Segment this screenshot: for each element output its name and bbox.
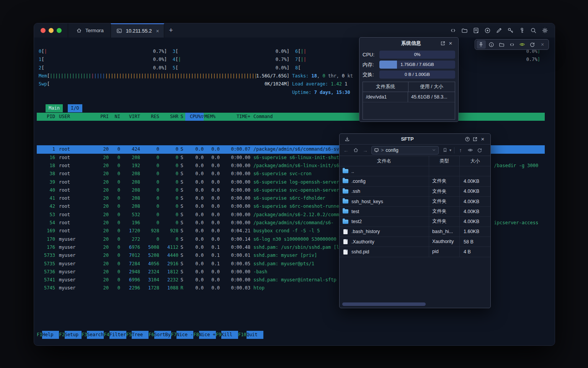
column-header-shr[interactable]: SHR <box>159 113 178 121</box>
cpu-meter-1: 1[0.0%] <box>39 56 167 64</box>
refresh-icon[interactable] <box>528 40 537 49</box>
column-header-mem[interactable]: MEM% <box>204 113 220 121</box>
edit-icon[interactable] <box>495 27 503 34</box>
code-icon[interactable] <box>507 40 516 49</box>
cpu-meter-3: 3[0.0%] <box>173 48 289 56</box>
keychain-icon[interactable] <box>518 27 526 34</box>
path-breadcrumb[interactable]: > config <box>371 146 439 154</box>
process-table-header: PID USER PRI NI VIRT RES SHR S CPU%▽ MEM… <box>37 113 545 121</box>
column-header-res[interactable]: RES <box>140 113 159 121</box>
fkey-item[interactable]: F10Quit <box>238 331 263 339</box>
cpu-meter-0: 0[|0.7%] <box>39 48 167 56</box>
file-type-icon <box>343 199 348 204</box>
zoom-window-button[interactable] <box>57 28 62 33</box>
info-icon[interactable] <box>487 40 496 49</box>
file-type-icon <box>343 229 348 234</box>
column-header-type[interactable]: 类型 <box>429 156 460 166</box>
file-type-icon <box>343 220 348 224</box>
file-size: 4.00KB <box>460 179 490 184</box>
fkey-item[interactable]: F8Nice + <box>193 331 216 339</box>
file-type: pid <box>429 247 460 256</box>
fkey-item[interactable]: F1Help <box>37 331 59 339</box>
tab-session[interactable]: 10.211.55.2 × <box>111 23 164 38</box>
file-row[interactable]: .Xauthority Xauthority 58 B <box>340 237 490 247</box>
pin-icon[interactable] <box>477 40 486 49</box>
htop-tab-io[interactable]: I/O <box>68 104 82 112</box>
sftp-titlebar: SFTP × <box>340 134 490 145</box>
close-icon[interactable]: × <box>479 135 487 143</box>
new-tab-button[interactable]: + <box>164 23 178 38</box>
forward-icon[interactable]: → <box>362 147 369 153</box>
file-row[interactable]: test 文件夹 4.00KB <box>340 207 490 217</box>
column-header-pri[interactable]: PRI <box>97 113 109 121</box>
help-icon[interactable] <box>464 135 471 143</box>
show-hidden-eye-icon[interactable] <box>467 147 474 153</box>
nvidia-icon[interactable] <box>518 40 527 49</box>
minimize-window-button[interactable] <box>49 28 54 33</box>
file-row[interactable]: .bash_history bash_hi... 1.60KB <box>340 227 490 237</box>
column-header-filename[interactable]: 文件名 <box>340 156 429 166</box>
home-icon <box>75 27 83 34</box>
column-header-time[interactable]: TIME+ <box>220 113 250 121</box>
column-header-s[interactable]: S <box>178 113 185 121</box>
file-name: test2 <box>351 219 362 224</box>
breadcrumb-path: config <box>385 148 398 153</box>
column-header-size[interactable]: 大小 <box>460 158 490 164</box>
file-name: .ssh <box>351 189 360 194</box>
open-in-window-icon[interactable] <box>471 135 479 143</box>
column-header-pid[interactable]: PID <box>37 113 55 121</box>
file-row[interactable]: .ssh 文件夹 4.00KB <box>340 187 490 197</box>
file-row[interactable]: ssh_host_keys 文件夹 4.00KB <box>340 197 490 207</box>
record-icon[interactable] <box>483 27 491 34</box>
notes-icon[interactable] <box>472 27 480 34</box>
window-toolbar <box>449 23 555 38</box>
tab-close-icon[interactable]: × <box>156 28 159 34</box>
tab-home[interactable]: Termora <box>68 23 111 38</box>
htop-tab-main[interactable]: Main <box>46 104 63 112</box>
column-header-ni[interactable]: NI <box>109 113 120 121</box>
horizontal-scrollbar[interactable] <box>342 302 426 306</box>
file-row[interactable]: .config 文件夹 4.00KB <box>340 176 490 186</box>
cpu-usage-meter: CPU: 0% <box>363 51 455 59</box>
fkey-item[interactable]: F3Search <box>82 331 104 339</box>
bookmark-icon[interactable] <box>441 148 448 153</box>
upload-icon[interactable]: ↑ <box>457 147 464 153</box>
close-window-button[interactable] <box>41 28 46 33</box>
filesystem-row[interactable]: /dev/vda1 45.61GB / 58.3... <box>363 92 455 102</box>
close-icon[interactable]: × <box>447 39 454 47</box>
folder-icon[interactable] <box>461 27 468 34</box>
search-icon[interactable] <box>529 27 537 34</box>
code-icon[interactable] <box>449 27 457 34</box>
uptime-line: Uptime: 7 days, 15:30 <box>292 89 350 97</box>
floating-side-toolbar: × <box>475 39 549 50</box>
fkey-item[interactable]: F5Tree <box>126 331 149 339</box>
download-icon[interactable] <box>343 135 351 143</box>
fkey-item[interactable]: F7Nice - <box>171 331 193 339</box>
fkey-item[interactable]: F9Kill <box>216 331 238 339</box>
bookmark-dropdown-icon[interactable]: ▾ <box>449 148 451 152</box>
home-icon[interactable] <box>352 147 359 153</box>
open-in-window-icon[interactable] <box>439 39 447 47</box>
file-type-icon <box>343 250 348 255</box>
fkey-item[interactable]: F2Setup <box>59 331 81 339</box>
tab-session-label: 10.211.55.2 <box>126 28 152 34</box>
file-row[interactable]: test2 文件夹 4.00KB <box>340 217 490 227</box>
file-row[interactable]: .. <box>340 166 490 176</box>
refresh-icon[interactable] <box>476 148 483 153</box>
fkey-item[interactable]: F6SortBy <box>149 331 171 339</box>
close-icon[interactable]: × <box>538 40 547 49</box>
column-header-virt[interactable]: VIRT <box>120 113 140 121</box>
settings-gear-icon[interactable] <box>541 27 549 34</box>
system-info-panel: 系统信息 × CPU: 0% 内存: 1.75GB / 7.65GB 交换: 0… <box>359 37 459 122</box>
folder-icon[interactable] <box>497 40 506 49</box>
back-icon[interactable]: ← <box>343 147 350 153</box>
toolbar-divider <box>454 147 454 153</box>
key-icon[interactable] <box>506 27 514 34</box>
column-header-user[interactable]: USER <box>55 113 97 121</box>
column-header-cpu-sorted[interactable]: CPU%▽ <box>185 113 204 121</box>
fkey-item[interactable]: F4Filter <box>104 331 126 339</box>
system-info-titlebar: 系统信息 × <box>359 38 458 49</box>
tab-home-label: Termora <box>85 28 104 33</box>
file-row[interactable]: sshd.pid pid 4 B <box>340 247 490 257</box>
chevron-down-icon[interactable] <box>432 148 436 152</box>
